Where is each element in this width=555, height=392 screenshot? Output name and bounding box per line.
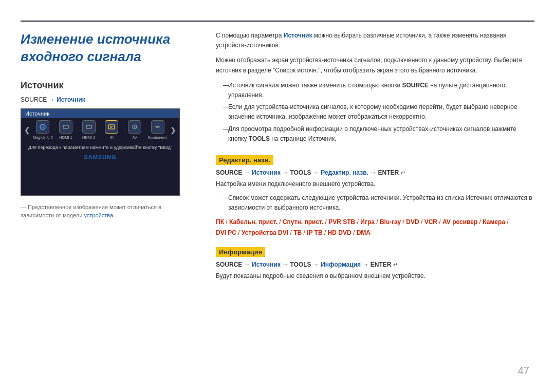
device-sat: Спутн. прист. [283, 218, 323, 226]
subsection-header-edit: Редактир. назв. [216, 155, 273, 165]
source-box-title: Источник [21, 109, 179, 118]
source-item-av[interactable]: AV [124, 120, 145, 140]
svg-rect-3 [86, 125, 91, 128]
svg-point-11 [158, 126, 160, 127]
cmd-arrow-5: → [244, 261, 252, 268]
bullet-list-main: Источник сигнала можно также изменить с … [223, 81, 534, 144]
source-hint: Для перехода к параметрам нажмите и удер… [21, 145, 179, 150]
source-item-hdmi1[interactable]: HDMI 1 [55, 120, 77, 140]
source-box: Источник ❮ M MagicInfo 5 HDMI 1 HDMI 2 [21, 108, 180, 196]
device-tb: TB [293, 229, 302, 236]
command-edit: SOURCE → Источник → TOOLS → Редактир. на… [216, 169, 534, 176]
cmd-source-1: SOURCE [216, 169, 242, 176]
arrow-right[interactable]: ❯ [170, 126, 176, 134]
device-cable: Кабельн. прист. [229, 218, 278, 226]
device-list: ПК / Кабельн. прист. / Спутн. прист. / P… [216, 217, 534, 238]
device-pvr: PVR STB [328, 218, 355, 226]
ik-label: IK [110, 135, 114, 140]
source-item-hdmi2[interactable]: HDMI 2 [78, 120, 99, 140]
cmd-tools-1: TOOLS [290, 169, 311, 176]
subsection-header-info: Информация [216, 247, 265, 257]
device-av: AV ресивер [442, 218, 477, 226]
device-dvi: Устройства DVI [242, 229, 288, 236]
intro-paragraph-2: Можно отображать экран устройства-источн… [216, 55, 534, 75]
device-iptb: IP TB [307, 229, 322, 236]
enter-icon-2: ↵ [393, 262, 398, 268]
av-icon [128, 120, 141, 134]
device-camera: Камера [483, 218, 505, 226]
device-dvipc: DVI PC [216, 229, 236, 236]
cmd-arrow-6: → [282, 261, 290, 268]
device-dvd: DVD [406, 218, 419, 226]
bullet-item-1: Источник сигнала можно также изменить с … [223, 81, 534, 100]
cmd-tools-2: TOOLS [290, 261, 311, 268]
top-line [21, 21, 534, 22]
magicinfo-label: MagicInfo 5 [33, 135, 53, 140]
svg-rect-4 [108, 125, 115, 129]
device-bluray: Blu-ray [380, 218, 401, 226]
note-text: — Представленное изображение может отлич… [21, 203, 195, 220]
hdmi2-icon [82, 120, 96, 134]
svg-point-10 [157, 126, 158, 127]
intro-paragraph-1: С помощью параметра Источник можно выбир… [216, 31, 534, 50]
source-link: Источник [57, 96, 85, 103]
left-column: Изменение источника входного сигнала Ист… [21, 31, 195, 220]
cmd-source-2: SOURCE [216, 261, 242, 268]
dash-symbol: — [21, 204, 28, 210]
cmd-arrow-2: → [282, 169, 290, 176]
source-highlight-1: Источник [284, 32, 312, 39]
arrow-left[interactable]: ❮ [24, 126, 30, 134]
device-dma: DMA [357, 229, 371, 236]
section-heading: Источник [21, 80, 195, 91]
command-info: SOURCE → Источник → TOOLS → Информация →… [216, 261, 534, 268]
bullet-list-edit: Список может содержать следующие устройс… [223, 193, 534, 213]
page-title: Изменение источника входного сигнала [21, 31, 195, 66]
cmd-arrow-1: → [244, 169, 252, 176]
cmd-arrow-8: → [362, 261, 370, 268]
source-list-link: Источник [466, 194, 492, 201]
source-path-text: SOURCE → [21, 96, 57, 103]
page-number: 47 [518, 365, 529, 377]
av-label: AV [132, 135, 137, 140]
bullet-item-2: Если для устройства-источника сигналов, … [223, 102, 534, 122]
bullet-item-3: Для просмотра подробной информации о под… [223, 124, 534, 144]
component-label: Компонент [148, 135, 168, 140]
info-desc: Будут показаны подробные сведения о выбр… [216, 271, 534, 281]
cmd-edit-link: Редактир. назв. [321, 169, 368, 176]
device-pc: ПК [216, 218, 224, 226]
right-column: С помощью параметра Источник можно выбир… [216, 31, 534, 284]
tools-source-link: Источник [308, 135, 335, 142]
source-item-magicinfo[interactable]: M MagicInfo 5 [32, 120, 53, 140]
hdmi2-label: HDMI 2 [82, 135, 95, 140]
svg-point-8 [134, 126, 136, 127]
svg-rect-2 [63, 125, 68, 128]
cmd-enter-1: ENTER [378, 169, 399, 176]
device-game: Игра [360, 218, 375, 226]
cmd-info-link: Информация [321, 261, 361, 268]
device-hddvd: HD DVD [328, 229, 351, 236]
enter-icon-1: ↵ [401, 170, 405, 176]
cmd-source-link-2: Источник [252, 261, 281, 268]
bullet-edit-1: Список может содержать следующие устройс… [223, 193, 534, 213]
cmd-arrow-7: → [313, 261, 321, 268]
samsung-logo: SAMSUNG [21, 154, 179, 160]
component-icon [151, 120, 164, 134]
cmd-source-link-1: Источник [252, 169, 281, 176]
ik-icon [105, 120, 118, 134]
hdmi1-icon [59, 120, 72, 134]
cmd-enter-2: ENTER [371, 261, 392, 268]
hdmi1-label: HDMI 1 [59, 135, 72, 140]
source-item-component[interactable]: Компонент [147, 120, 168, 140]
source-path: SOURCE → Источник [21, 96, 195, 103]
cmd-arrow-4: → [370, 169, 378, 176]
device-vcr: VCR [424, 218, 437, 226]
cmd-arrow-3: → [313, 169, 321, 176]
note-device: устройства. [84, 212, 115, 218]
edit-desc: Настройка имени подключенного внешнего у… [216, 179, 534, 189]
magicinfo-icon: M [36, 120, 49, 134]
svg-point-9 [155, 126, 157, 127]
source-item-ik[interactable]: IK [101, 120, 122, 140]
svg-text:M: M [42, 126, 44, 129]
